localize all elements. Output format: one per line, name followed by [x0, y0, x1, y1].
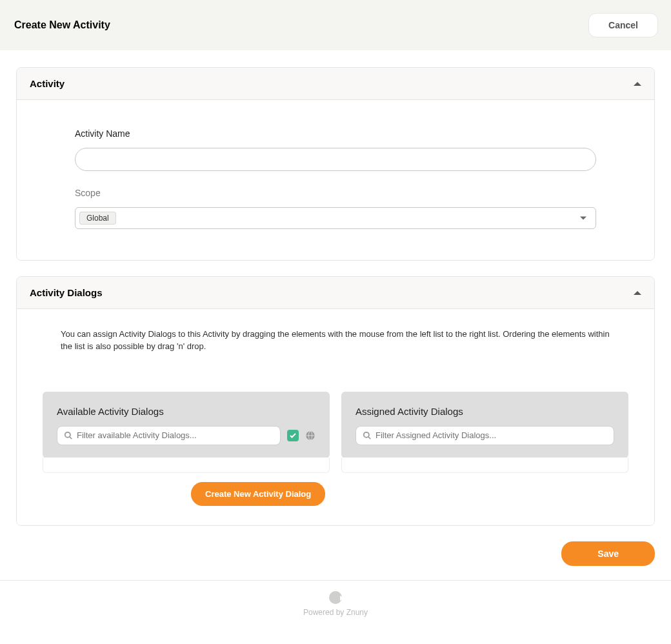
globe-icon[interactable]: [305, 430, 315, 441]
available-filter-box: [57, 426, 281, 445]
activity-name-label: Activity Name: [75, 128, 596, 139]
svg-line-6: [368, 436, 371, 439]
search-icon: [64, 431, 73, 440]
svg-point-0: [65, 432, 70, 437]
dialogs-panel-title: Activity Dialogs: [30, 287, 103, 298]
dialogs-help-text: You can assign Activity Dialogs to this …: [61, 328, 610, 353]
assigned-filter-box: [356, 426, 614, 445]
dialogs-panel: Activity Dialogs You can assign Activity…: [16, 276, 655, 526]
activity-panel-title: Activity: [30, 78, 65, 89]
cancel-button[interactable]: Cancel: [588, 13, 658, 37]
dialogs-panel-header[interactable]: Activity Dialogs: [17, 277, 654, 309]
footer: Powered by Znuny: [0, 580, 671, 632]
assigned-column: Assigned Activity Dialogs: [341, 392, 628, 473]
activity-panel: Activity Activity Name Scope Global: [16, 67, 655, 261]
activity-name-input[interactable]: [75, 148, 596, 171]
assigned-list-body[interactable]: [341, 458, 628, 473]
assigned-filter-input[interactable]: [376, 430, 607, 440]
powered-by-text: Powered by Znuny: [0, 608, 671, 617]
svg-point-5: [364, 432, 369, 437]
dialogs-panel-body: You can assign Activity Dialogs to this …: [17, 309, 654, 525]
svg-line-1: [70, 436, 72, 439]
assigned-filter-row: [356, 426, 614, 445]
available-filter-row: [57, 426, 315, 445]
assigned-title: Assigned Activity Dialogs: [356, 406, 614, 417]
available-title: Available Activity Dialogs: [57, 406, 315, 417]
content: Activity Activity Name Scope Global Acti…: [0, 50, 671, 526]
activity-name-field: Activity Name: [75, 128, 596, 171]
available-list-body[interactable]: [43, 458, 330, 473]
chevron-down-icon: [580, 217, 586, 220]
search-icon: [363, 431, 372, 440]
scope-label: Scope: [75, 188, 596, 198]
page-title: Create New Activity: [14, 19, 110, 31]
check-icon[interactable]: [287, 430, 299, 441]
collapse-up-icon: [634, 291, 641, 295]
save-button[interactable]: Save: [561, 541, 655, 566]
activity-panel-header[interactable]: Activity: [17, 68, 654, 100]
activity-panel-body: Activity Name Scope Global: [17, 100, 654, 260]
page-header: Create New Activity Cancel: [0, 0, 671, 50]
scope-select[interactable]: Global: [75, 207, 596, 229]
available-filter-input[interactable]: [77, 430, 274, 440]
dialogs-columns: Available Activity Dialogs: [43, 392, 628, 473]
available-column: Available Activity Dialogs: [43, 392, 330, 473]
scope-selected-chip: Global: [79, 212, 116, 225]
collapse-up-icon: [634, 82, 641, 86]
save-row: Save: [0, 541, 671, 580]
znuny-logo-icon: [329, 591, 342, 604]
create-activity-dialog-button[interactable]: Create New Activity Dialog: [191, 482, 325, 506]
scope-field: Scope Global: [75, 188, 596, 229]
